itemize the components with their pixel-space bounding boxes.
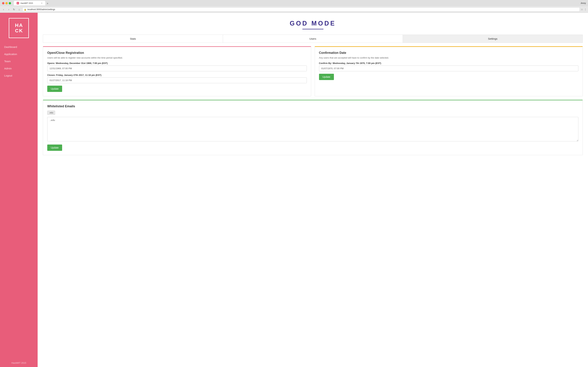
confirmation-card-title: Confirmation Date [319, 51, 579, 55]
sidebar-item-dashboard[interactable]: Dashboard [0, 43, 38, 50]
bookmark-button[interactable]: ☆ [581, 8, 583, 11]
address-text: localhost:3000/admin/settings [27, 8, 578, 11]
tab-favicon: H [17, 2, 19, 4]
browser-chrome: H HackMIT 2015 ✕ + Jessy ‹ › ↻ ⌂ 🔒 local… [0, 0, 588, 13]
new-tab-button[interactable]: + [45, 1, 50, 5]
confirmation-card: Confirmation Date Any users that are acc… [315, 46, 583, 96]
closes-input[interactable] [47, 77, 307, 83]
registration-card-title: Open/Close Registration [47, 51, 307, 55]
browser-tab-active[interactable]: H HackMIT 2015 ✕ [14, 1, 45, 5]
sidebar: H A C K Dashboard Application Team Admin… [0, 13, 38, 367]
content-area: Open/Close Registration Users will be ab… [38, 43, 588, 367]
logo-letter-c: C [15, 28, 18, 33]
tab-title: HackMIT 2015 [20, 2, 40, 4]
closes-label: Closes: Friday, January 27th 2017, 11:18… [47, 74, 307, 76]
registration-card: Open/Close Registration Users will be ab… [43, 46, 311, 96]
logo-letter-a: A [19, 23, 23, 28]
main-content: GOD MODE Stats Users Settings Open/Close… [38, 13, 588, 367]
logo-box: H A C K [9, 18, 29, 38]
confirm-input[interactable] [319, 66, 579, 71]
lock-icon: 🔒 [24, 8, 26, 11]
browser-toolbar: ‹ › ↻ ⌂ 🔒 localhost:3000/admin/settings … [0, 6, 588, 13]
traffic-light-minimize[interactable] [5, 2, 8, 4]
tabs-container: Stats Users Settings [43, 35, 583, 43]
back-button[interactable]: ‹ [1, 7, 6, 12]
page-title-underline [303, 29, 323, 29]
confirm-label: Confirm By: Wednesday, January 7th 1970,… [319, 62, 579, 65]
sidebar-item-admin[interactable]: Admin [0, 65, 38, 72]
logo-letter-h: H [15, 23, 18, 28]
sidebar-item-logout[interactable]: Logout [0, 72, 38, 79]
page-title: GOD MODE [41, 20, 585, 27]
confirmation-update-button[interactable]: Update [319, 74, 334, 80]
registration-card-desc: Users will be able to register new accou… [47, 57, 307, 59]
whitelist-section: Whitelisted Emails .edu .edu Update [43, 100, 583, 155]
whitelist-tag: .edu [47, 111, 55, 115]
page-header: GOD MODE [38, 13, 588, 33]
traffic-light-close[interactable] [2, 2, 4, 4]
traffic-lights [2, 2, 11, 4]
whitelist-textarea[interactable]: .edu [47, 117, 578, 141]
tab-users[interactable]: Users [223, 35, 403, 43]
reload-button[interactable]: ↻ [12, 7, 16, 12]
cards-row: Open/Close Registration Users will be ab… [43, 46, 583, 96]
confirmation-card-desc: Any users that are accepted will have to… [319, 57, 579, 59]
tab-settings[interactable]: Settings [403, 35, 583, 43]
logo-inner: H A C K [14, 22, 24, 34]
tab-stats[interactable]: Stats [43, 35, 223, 43]
sidebar-item-team[interactable]: Team [0, 58, 38, 65]
whitelist-update-button[interactable]: Update [47, 144, 62, 151]
forward-button[interactable]: › [7, 7, 11, 12]
app-container: H A C K Dashboard Application Team Admin… [0, 13, 588, 367]
logo-letter-k: K [19, 28, 23, 33]
sidebar-nav: Dashboard Application Team Admin Logout [0, 42, 38, 359]
address-bar[interactable]: 🔒 localhost:3000/admin/settings [22, 7, 580, 12]
registration-update-button[interactable]: Update [47, 86, 62, 92]
tab-close-button[interactable]: ✕ [41, 2, 43, 4]
user-label: Jessy [580, 2, 586, 4]
traffic-light-fullscreen[interactable] [9, 2, 11, 4]
sidebar-logo: H A C K [0, 13, 38, 42]
whitelist-title: Whitelisted Emails [47, 105, 578, 108]
sidebar-footer: HackMIT 2015 [0, 359, 38, 367]
sidebar-item-application[interactable]: Application [0, 50, 38, 58]
opens-label: Opens: Wednesday, December 31st 1969, 7:… [47, 62, 307, 65]
browser-titlebar: H HackMIT 2015 ✕ + Jessy [0, 0, 588, 6]
menu-button[interactable]: ⋮ [584, 8, 587, 11]
opens-input[interactable] [47, 66, 307, 71]
home-button[interactable]: ⌂ [17, 7, 21, 12]
